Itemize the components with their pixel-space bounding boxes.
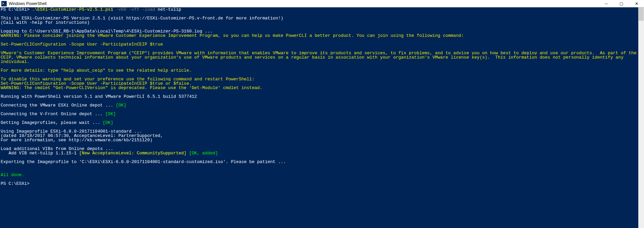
get-imageprofiles: Getting Imageprofiles, please wait ... […	[1, 121, 644, 125]
close-button[interactable]: ✕	[629, 0, 644, 7]
blank-line	[1, 164, 644, 168]
intro-line-1: This is ESXi-Customizer-PS Version 2.5.1…	[1, 16, 644, 20]
running-version: Running with PowerShell version 5.1 and …	[1, 94, 644, 99]
warning-deprecated: WARNING: The cmdlet "Get-PowerCLIVersion…	[1, 85, 262, 90]
window-title: Windows PowerShell	[9, 2, 599, 6]
all-done: All done.	[1, 173, 644, 177]
connect-vfront: Connecting the V-Front Online depot ... …	[1, 112, 644, 116]
blank-line	[1, 168, 644, 173]
prompt: PS C:\ESXi>	[1, 7, 32, 12]
connect-esxi: Connecting the VMware ESXi Online depot …	[1, 103, 644, 107]
cmd-arg-val: net-tulip	[158, 7, 181, 12]
get-imageprofiles-label: Getting Imageprofiles, please wait ...	[1, 120, 103, 125]
ok-status: [OK]	[105, 111, 116, 117]
warning-ceip-cmd: Set-PowerCLIConfiguration -Scope User -P…	[1, 42, 163, 47]
add-vib-pre: Add VIB net-tulip 1.1.15-1	[1, 151, 79, 156]
scrollbar-thumb[interactable]	[639, 7, 644, 21]
cmd-script: .\ESXi-Customizer-PS-v2.5.1.ps1	[32, 7, 113, 12]
prompt-line: PS C:\ESXi>	[1, 181, 644, 186]
ok-added: [OK, added]	[189, 151, 218, 156]
intro-line-2: (Call with -help for instructions)	[1, 20, 644, 25]
add-vib-line: Add VIB net-tulip 1.1.15-1 [New Acceptan…	[1, 151, 644, 155]
exporting-line: Exporting the Imageprofile to 'C:\ESXi\E…	[1, 160, 644, 164]
terminal-area[interactable]: PS C:\ESXi> .\ESXi-Customizer-PS-v2.5.1.…	[0, 7, 644, 228]
add-vib-accept: [New AcceptanceLevel: CommunitySupported…	[79, 151, 186, 156]
blank-line	[1, 177, 644, 181]
ok-status: [OK]	[103, 120, 113, 125]
using-profile-3: For more information, see http://kb.vmwa…	[1, 138, 644, 142]
scrollbar[interactable]	[638, 7, 644, 228]
warning-ceip-details: For more details: type "help about_ceip"…	[1, 68, 192, 73]
command-line: PS C:\ESXi> .\ESXi-Customizer-PS-v2.5.1.…	[1, 7, 644, 12]
warning-ceip-join: WARNING: Please consider joining the VMw…	[1, 33, 464, 38]
cmd-args: -v60 -vft -load	[113, 7, 158, 12]
ok-status: [OK]	[116, 103, 126, 108]
titlebar: >_ Windows PowerShell ─ ▢ ✕	[0, 0, 644, 7]
connect-esxi-label: Connecting the VMware ESXi Online depot …	[1, 103, 116, 108]
warning-ceip-desc: VMware's Customer Experience Improvement…	[1, 51, 639, 64]
window-controls: ─ ▢ ✕	[599, 0, 644, 7]
connect-vfront-label: Connecting the V-Front Online depot ...	[1, 111, 105, 117]
minimize-button[interactable]: ─	[599, 0, 614, 7]
maximize-button[interactable]: ▢	[614, 0, 629, 7]
sep	[186, 151, 189, 156]
powershell-icon: >_	[1, 1, 7, 6]
